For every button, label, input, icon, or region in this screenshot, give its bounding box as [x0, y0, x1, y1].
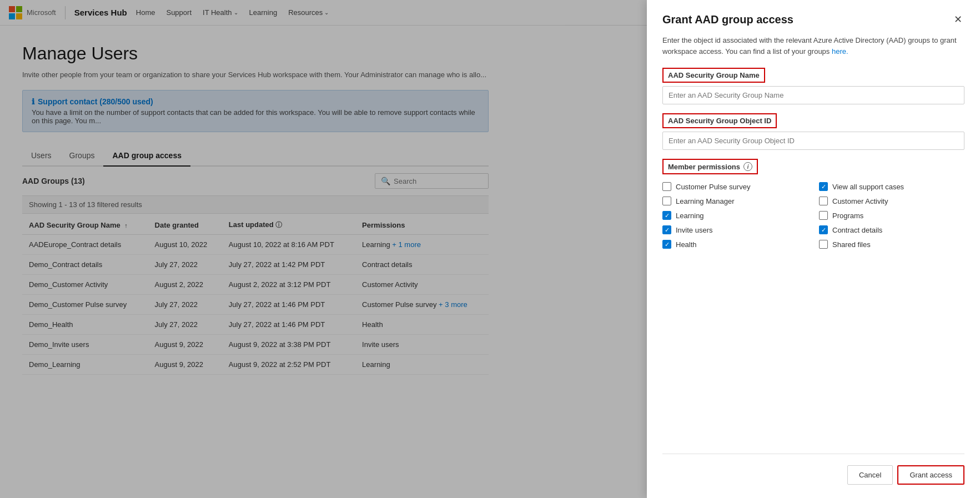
permission-item[interactable]: Customer Activity — [819, 197, 964, 205]
panel-header: Grant AAD group access ✕ — [662, 13, 964, 26]
permission-checkbox[interactable] — [662, 211, 671, 220]
aad-id-field-group: AAD Security Group Object ID — [662, 113, 964, 150]
close-button[interactable]: ✕ — [952, 13, 964, 26]
permission-checkbox[interactable] — [819, 240, 828, 249]
panel-title: Grant AAD group access — [662, 13, 793, 26]
permission-checkbox[interactable] — [662, 197, 671, 205]
permission-checkbox[interactable] — [662, 225, 671, 234]
permission-label: Shared files — [832, 240, 871, 249]
permission-item[interactable]: Customer Pulse survey — [662, 182, 808, 191]
permission-label: View all support cases — [832, 183, 904, 191]
permission-checkbox[interactable] — [819, 197, 828, 205]
permission-item[interactable]: Programs — [819, 211, 964, 220]
permission-checkbox[interactable] — [662, 182, 671, 191]
permission-item[interactable]: Invite users — [662, 225, 808, 234]
aad-name-input[interactable] — [662, 86, 964, 104]
panel-description: Enter the object id associated with the … — [662, 35, 964, 57]
grant-access-panel: Grant AAD group access ✕ Enter the objec… — [647, 0, 980, 393]
permission-item[interactable]: Contract details — [819, 225, 964, 234]
here-link[interactable]: here. — [832, 47, 848, 56]
permission-item[interactable]: View all support cases — [819, 182, 964, 191]
permission-label: Invite users — [676, 226, 712, 234]
permission-label: Learning Manager — [676, 197, 735, 205]
permissions-label-box: Member permissions i — [662, 159, 758, 174]
aad-name-label: AAD Security Group Name — [662, 68, 765, 83]
permission-label: Customer Pulse survey — [676, 183, 750, 191]
permissions-grid: Customer Pulse survey View all support c… — [662, 182, 964, 249]
permission-item[interactable]: Shared files — [819, 240, 964, 249]
aad-id-input[interactable] — [662, 132, 964, 150]
permission-checkbox[interactable] — [819, 182, 828, 191]
permission-item[interactable]: Health — [662, 240, 808, 249]
permissions-info-icon: i — [743, 162, 752, 171]
permission-label: Health — [676, 240, 697, 249]
permission-label: Contract details — [832, 226, 882, 234]
permission-label: Programs — [832, 212, 863, 220]
permission-label: Customer Activity — [832, 197, 888, 205]
permission-checkbox[interactable] — [819, 211, 828, 220]
permission-item[interactable]: Learning Manager — [662, 197, 808, 205]
permission-label: Learning — [676, 212, 704, 220]
permission-item[interactable]: Learning — [662, 211, 808, 220]
permission-checkbox[interactable] — [662, 240, 671, 249]
permission-checkbox[interactable] — [819, 225, 828, 234]
aad-id-label: AAD Security Group Object ID — [662, 113, 777, 128]
permissions-label: Member permissions — [668, 163, 740, 171]
aad-name-field-group: AAD Security Group Name — [662, 68, 964, 104]
permissions-section: Member permissions i Customer Pulse surv… — [662, 159, 964, 249]
